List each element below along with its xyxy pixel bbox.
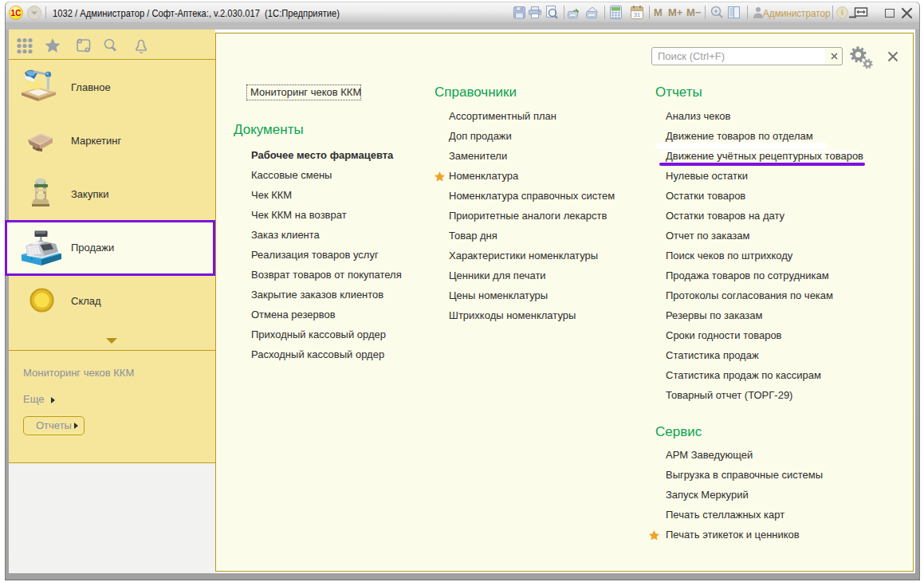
svg-text:1С: 1С: [11, 9, 22, 18]
svg-text:i: i: [841, 8, 843, 17]
svg-text:31: 31: [634, 11, 640, 18]
